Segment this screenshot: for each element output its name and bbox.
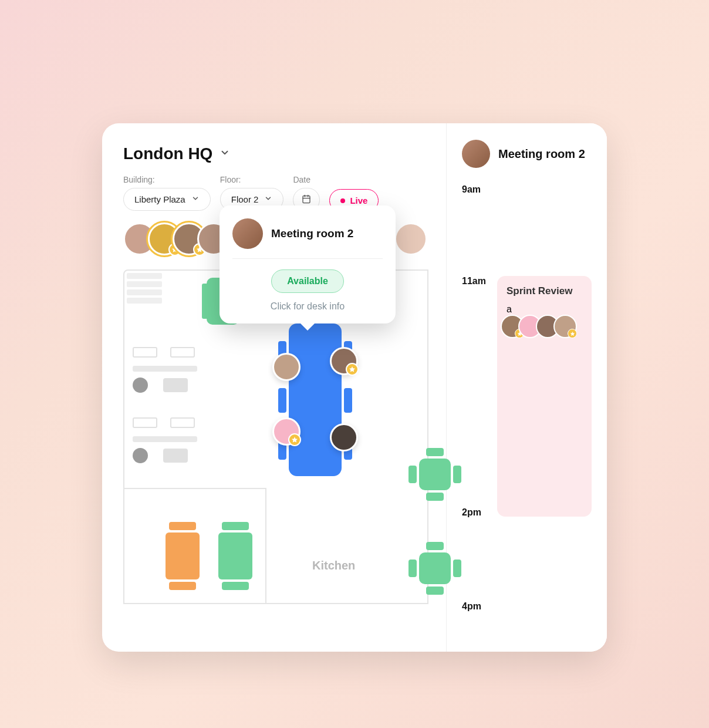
building-filter-label: Building: bbox=[123, 175, 211, 184]
small-table[interactable] bbox=[419, 552, 451, 584]
meeting-room-2-table[interactable] bbox=[289, 323, 342, 476]
side-panel-header: Meeting room 2 bbox=[462, 140, 592, 168]
kitchen-label: Kitchen bbox=[312, 559, 355, 572]
star-icon bbox=[288, 433, 301, 446]
chevron-down-icon bbox=[264, 194, 272, 204]
location-selector[interactable]: London HQ bbox=[123, 144, 428, 163]
avatar[interactable] bbox=[272, 417, 301, 446]
time-label: 9am bbox=[462, 184, 481, 195]
location-title: London HQ bbox=[123, 144, 212, 163]
desk-cluster bbox=[133, 347, 197, 393]
room-thumbnail bbox=[462, 140, 490, 168]
timeline[interactable]: 9am 11am 2pm 4pm Sprint Review a bbox=[462, 184, 592, 619]
svg-rect-0 bbox=[303, 196, 310, 203]
time-label: 2pm bbox=[462, 507, 481, 518]
avatar[interactable] bbox=[394, 223, 427, 255]
building-dropdown[interactable]: Liberty Plaza bbox=[123, 188, 211, 211]
availability-badge: Available bbox=[271, 269, 344, 293]
wall bbox=[265, 488, 266, 604]
desk-cluster bbox=[133, 417, 197, 463]
avatar[interactable] bbox=[272, 353, 301, 381]
main-panel: London HQ Building: Liberty Plaza Floor:… bbox=[102, 123, 447, 652]
popover-title: Meeting room 2 bbox=[271, 227, 353, 240]
popover-header: Meeting room 2 bbox=[232, 218, 383, 259]
desk[interactable] bbox=[166, 532, 200, 579]
small-table[interactable] bbox=[419, 459, 451, 490]
live-label: Live bbox=[350, 196, 367, 205]
chevron-down-icon bbox=[191, 194, 200, 204]
floor-value: Floor 2 bbox=[231, 194, 259, 204]
avatar[interactable] bbox=[330, 347, 358, 375]
time-label: 11am bbox=[462, 276, 486, 287]
room-thumbnail bbox=[232, 218, 263, 249]
star-icon bbox=[346, 363, 359, 376]
room-schedule-panel: Meeting room 2 9am 11am 2pm 4pm Sprint R… bbox=[447, 123, 607, 652]
event-attendees bbox=[507, 315, 582, 338]
live-indicator-dot bbox=[340, 198, 345, 203]
desk[interactable] bbox=[218, 532, 252, 579]
date-filter-label: Date bbox=[293, 175, 320, 184]
star-icon bbox=[568, 329, 577, 338]
building-value: Liberty Plaza bbox=[134, 194, 185, 204]
side-panel-title: Meeting room 2 bbox=[498, 147, 585, 161]
popover-hint[interactable]: Click for desk info bbox=[271, 301, 345, 312]
chevron-down-icon bbox=[220, 147, 230, 160]
calendar-event[interactable]: Sprint Review a bbox=[497, 276, 592, 517]
time-label: 4pm bbox=[462, 601, 481, 612]
wall-detail bbox=[127, 273, 162, 304]
room-popover: Meeting room 2 Available Click for desk … bbox=[220, 205, 396, 323]
avatar[interactable] bbox=[330, 423, 358, 451]
event-title: Sprint Review bbox=[507, 285, 582, 297]
avatar[interactable] bbox=[553, 315, 577, 338]
wall bbox=[124, 488, 265, 489]
floor-filter-label: Floor: bbox=[220, 175, 284, 184]
building-filter-group: Building: Liberty Plaza bbox=[123, 175, 211, 212]
calendar-icon bbox=[302, 194, 311, 205]
app-window: London HQ Building: Liberty Plaza Floor:… bbox=[102, 123, 607, 652]
